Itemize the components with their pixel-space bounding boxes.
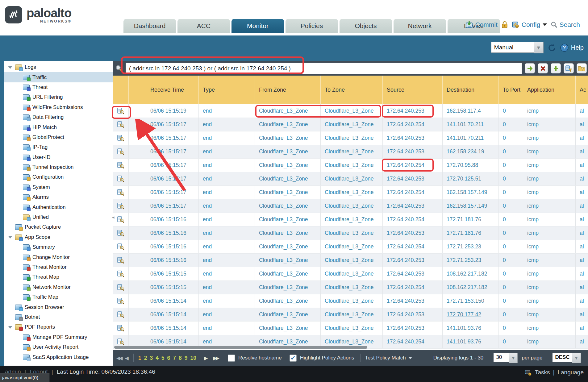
cell-destination[interactable]: 162.158.157.149 xyxy=(443,186,499,199)
cell-to-port[interactable]: 0 xyxy=(499,186,523,199)
sidebar-item-wildfire-submissions[interactable]: WildFire Submissions xyxy=(4,102,113,112)
sidebar-item-configuration[interactable]: Configuration xyxy=(4,172,113,182)
help-button[interactable]: ? Help xyxy=(560,44,584,52)
cell-from-zone[interactable]: Cloudflare_L3_Zone xyxy=(255,226,321,240)
cell-application[interactable]: icmp xyxy=(523,186,576,199)
cell-application[interactable]: icmp xyxy=(523,145,576,158)
cell-from-zone[interactable]: Cloudflare_L3_Zone xyxy=(255,281,321,294)
sidebar-item-user-id[interactable]: User-ID xyxy=(4,152,113,162)
horizontal-scrollbar[interactable] xyxy=(114,346,367,349)
cell-application[interactable]: icmp xyxy=(523,199,576,213)
sidebar-item-summary[interactable]: Summary xyxy=(4,242,113,252)
cell-to-port[interactable]: 0 xyxy=(499,294,523,308)
cell-from-zone[interactable]: Cloudflare_L3_Zone xyxy=(255,199,321,213)
sidebar-item-threat[interactable]: Threat xyxy=(4,82,113,92)
cell-type[interactable]: end xyxy=(199,322,255,335)
tab-monitor[interactable]: Monitor xyxy=(231,19,284,33)
cell-source[interactable]: 172.64.240.253 xyxy=(383,104,443,118)
cell-action[interactable]: al xyxy=(576,145,588,158)
sidebar-item-alarms[interactable]: Alarms xyxy=(4,192,113,202)
cell-action[interactable]: al xyxy=(576,335,588,348)
cell-to-zone[interactable]: Cloudflare_L3_Zone xyxy=(321,267,383,280)
refresh-icon[interactable] xyxy=(548,44,556,52)
cell-action[interactable]: al xyxy=(576,308,588,321)
expander-icon[interactable] xyxy=(8,236,12,239)
cell-destination[interactable]: 172.71.253.23 xyxy=(443,240,499,253)
cell-to-zone[interactable]: Cloudflare_L3_Zone xyxy=(321,322,383,335)
config-button[interactable]: Config xyxy=(512,21,547,28)
sort-order-dropdown-button[interactable]: ▼ xyxy=(572,353,581,363)
language-link[interactable]: Language xyxy=(557,369,584,376)
first-page-button[interactable]: ◀◀ xyxy=(116,355,122,361)
sidebar-item-hip-match[interactable]: HIP Match xyxy=(4,122,113,132)
cell-to-port[interactable]: 0 xyxy=(499,145,523,158)
page-number-10[interactable]: 10 xyxy=(190,355,196,361)
cell-destination[interactable]: 172.71.181.76 xyxy=(443,213,499,226)
cell-from-zone[interactable]: Cloudflare_L3_Zone xyxy=(255,172,321,185)
log-detail-magnifier-icon[interactable] xyxy=(117,284,124,291)
cell-to-zone[interactable]: Cloudflare_L3_Zone xyxy=(321,254,383,267)
cell-to-port[interactable]: 0 xyxy=(499,322,523,335)
cell-receive-time[interactable]: 06/06 15:15:15 xyxy=(146,267,199,280)
cell-to-port[interactable]: 0 xyxy=(499,213,523,226)
cell-type[interactable]: end xyxy=(199,281,255,294)
log-detail-magnifier-icon[interactable] xyxy=(117,203,124,210)
column-header-source[interactable]: Source xyxy=(383,76,443,104)
log-detail-magnifier-icon[interactable] xyxy=(117,230,124,237)
sidebar-item-app-scope[interactable]: App Scope xyxy=(4,232,113,242)
sidebar-collapse-handle[interactable]: ◂ xyxy=(112,213,115,222)
clear-filter-button[interactable] xyxy=(538,63,548,73)
page-number-1[interactable]: 1 xyxy=(138,355,141,361)
cell-destination[interactable]: 172.70.125.51 xyxy=(443,172,499,185)
cell-action[interactable]: al xyxy=(576,267,588,280)
cell-destination[interactable]: 108.162.217.182 xyxy=(443,281,499,294)
cell-to-zone[interactable]: Cloudflare_L3_Zone xyxy=(321,159,383,172)
cell-type[interactable]: end xyxy=(199,186,255,199)
cell-from-zone[interactable]: Cloudflare_L3_Zone xyxy=(255,267,321,280)
cell-type[interactable]: end xyxy=(199,213,255,226)
resolve-hostname-checkbox[interactable] xyxy=(228,355,235,362)
sidebar-item-tunnel-inspection[interactable]: Tunnel Inspection xyxy=(4,162,113,172)
cell-application[interactable]: icmp xyxy=(523,294,576,308)
cell-to-port[interactable]: 0 xyxy=(499,254,523,267)
cell-to-port[interactable]: 0 xyxy=(499,308,523,321)
cell-type[interactable]: end xyxy=(199,226,255,240)
cell-receive-time[interactable]: 06/06 15:15:17 xyxy=(146,118,199,131)
log-detail-magnifier-icon[interactable] xyxy=(117,257,124,264)
log-detail-magnifier-icon[interactable] xyxy=(117,148,124,155)
cell-to-zone[interactable]: Cloudflare_L3_Zone xyxy=(321,172,383,185)
cell-action[interactable]: al xyxy=(576,281,588,294)
cell-action[interactable]: al xyxy=(576,213,588,226)
load-filter-button[interactable] xyxy=(577,63,587,73)
cell-to-port[interactable]: 0 xyxy=(499,199,523,213)
column-header-type[interactable]: Type xyxy=(199,76,255,104)
column-header-blank-0[interactable] xyxy=(113,76,129,104)
cell-receive-time[interactable]: 06/06 15:15:19 xyxy=(146,104,199,118)
cell-from-zone[interactable]: Cloudflare_L3_Zone xyxy=(255,118,321,131)
apply-filter-button[interactable] xyxy=(525,63,535,73)
per-page-select[interactable]: 30 ▼ xyxy=(494,353,518,363)
cell-application[interactable]: icmp xyxy=(523,213,576,226)
cell-source[interactable]: 172.64.240.254 xyxy=(383,240,443,253)
cell-receive-time[interactable]: 06/06 15:15:15 xyxy=(146,281,199,294)
cell-action[interactable]: al xyxy=(576,118,588,131)
cell-from-zone[interactable]: Cloudflare_L3_Zone xyxy=(255,213,321,226)
cell-action[interactable]: al xyxy=(576,199,588,213)
cell-type[interactable]: end xyxy=(199,294,255,308)
cell-application[interactable]: icmp xyxy=(523,335,576,348)
log-detail-magnifier-icon[interactable] xyxy=(117,176,124,182)
cell-receive-time[interactable]: 06/06 15:15:14 xyxy=(146,294,199,308)
cell-to-port[interactable]: 0 xyxy=(499,118,523,131)
sidebar-item-unified[interactable]: Unified xyxy=(4,212,113,222)
sidebar-item-url-filtering[interactable]: URL Filtering xyxy=(4,92,113,102)
expander-icon[interactable] xyxy=(8,326,12,329)
cell-to-zone[interactable]: Cloudflare_L3_Zone xyxy=(321,145,383,158)
cell-to-zone[interactable]: Cloudflare_L3_Zone xyxy=(321,294,383,308)
search-button[interactable]: Search xyxy=(551,21,580,28)
cell-type[interactable]: end xyxy=(199,172,255,185)
log-detail-magnifier-icon[interactable] xyxy=(117,311,124,318)
log-detail-magnifier-icon[interactable] xyxy=(117,189,124,196)
cell-to-port[interactable]: 0 xyxy=(499,131,523,145)
cell-to-port[interactable]: 0 xyxy=(499,159,523,172)
cell-action[interactable]: al xyxy=(576,172,588,185)
